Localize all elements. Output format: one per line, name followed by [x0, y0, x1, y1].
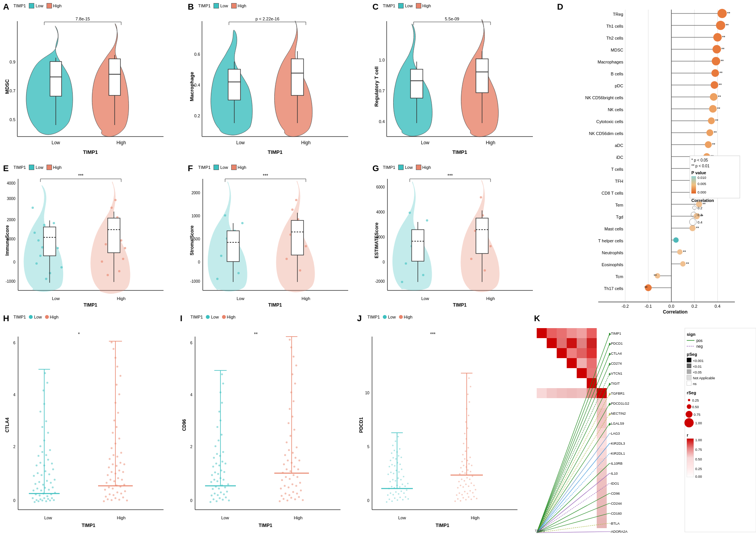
svg-text:0.50: 0.50 — [695, 457, 702, 461]
svg-point-366 — [51, 463, 53, 465]
svg-text:1.00: 1.00 — [695, 421, 702, 425]
svg-point-639 — [472, 492, 474, 494]
svg-point-269 — [295, 199, 297, 201]
svg-point-396 — [124, 490, 126, 492]
svg-point-511 — [289, 494, 290, 496]
svg-point-523 — [289, 478, 291, 480]
svg-text:TIMP1: TIMP1 — [83, 302, 97, 308]
svg-text:500: 500 — [194, 237, 200, 241]
svg-text:r: r — [687, 433, 689, 437]
svg-text:High: High — [486, 296, 495, 301]
svg-rect-743 — [597, 488, 607, 498]
svg-point-332 — [45, 500, 47, 502]
svg-text:2000: 2000 — [192, 191, 200, 195]
svg-point-376 — [40, 411, 42, 413]
svg-point-426 — [116, 426, 118, 428]
svg-text:0.005: 0.005 — [698, 182, 706, 186]
svg-point-483 — [222, 461, 224, 463]
svg-text:0.2: 0.2 — [194, 113, 200, 118]
svg-point-384 — [103, 500, 105, 502]
svg-point-345 — [37, 488, 38, 490]
svg-point-421 — [120, 452, 122, 454]
svg-text:-TGFBR1: -TGFBR1 — [610, 392, 625, 395]
svg-text:<0.01: <0.01 — [693, 365, 702, 369]
svg-text:CD96: CD96 — [182, 419, 187, 431]
svg-point-579 — [395, 491, 397, 493]
svg-point-408 — [107, 474, 109, 476]
svg-text:5.5e-09: 5.5e-09 — [445, 17, 459, 21]
svg-text:CD8 T cells: CD8 T cells — [602, 191, 624, 195]
svg-rect-34 — [228, 69, 240, 100]
panel-I-label: I — [180, 314, 182, 324]
svg-point-424 — [118, 438, 120, 440]
panel-K-label: K — [534, 314, 540, 324]
svg-text:sign: sign — [687, 332, 696, 337]
svg-text:-ADORA2A: -ADORA2A — [610, 530, 627, 534]
svg-point-676 — [468, 415, 469, 416]
svg-text:<0.05: <0.05 — [693, 370, 702, 374]
svg-point-539 — [296, 447, 298, 449]
svg-point-486 — [216, 453, 218, 455]
svg-point-594 — [395, 480, 396, 482]
svg-point-619 — [395, 440, 396, 442]
svg-point-389 — [122, 497, 124, 499]
svg-point-430 — [118, 394, 120, 395]
svg-text:Cytotoxic cells: Cytotoxic cells — [596, 119, 624, 124]
svg-text:High: High — [302, 296, 310, 301]
svg-point-388 — [118, 499, 120, 501]
svg-point-656 — [464, 472, 466, 474]
svg-rect-736 — [597, 418, 607, 428]
svg-point-611 — [395, 458, 397, 460]
svg-text:-CD274: -CD274 — [610, 362, 622, 365]
svg-point-271 — [291, 208, 294, 211]
svg-point-458 — [211, 495, 213, 497]
svg-rect-717 — [557, 348, 567, 358]
svg-point-481 — [215, 463, 217, 465]
svg-text:TFH: TFH — [615, 179, 623, 183]
svg-point-419 — [113, 454, 115, 456]
svg-text:Tem: Tem — [615, 203, 623, 207]
svg-point-507 — [298, 496, 300, 498]
svg-point-153 — [673, 237, 679, 243]
svg-point-569 — [391, 500, 393, 502]
svg-text:B cells: B cells — [611, 72, 624, 76]
svg-point-184 — [689, 218, 696, 225]
svg-text:0.7: 0.7 — [379, 88, 385, 93]
svg-point-631 — [473, 496, 475, 497]
svg-point-399 — [112, 488, 114, 490]
svg-text:* p < 0.05: * p < 0.05 — [691, 158, 708, 162]
panel-F-chart: StromalScore TIMP1 Low High -1000 0 500 … — [187, 163, 364, 308]
svg-point-505 — [290, 497, 292, 499]
svg-point-585 — [391, 486, 392, 487]
svg-point-491 — [221, 434, 223, 436]
svg-point-406 — [117, 477, 119, 479]
svg-text:0.5: 0.5 — [10, 117, 15, 122]
svg-text:-VTCN1: -VTCN1 — [610, 372, 622, 375]
svg-point-453 — [216, 500, 218, 502]
svg-text:-CD244: -CD244 — [610, 502, 622, 505]
svg-rect-38 — [291, 59, 304, 95]
svg-point-528 — [290, 470, 292, 472]
svg-point-667 — [469, 457, 471, 458]
svg-point-634 — [459, 492, 460, 494]
svg-text:**: ** — [712, 143, 715, 147]
svg-point-641 — [457, 487, 459, 489]
svg-rect-13 — [50, 62, 62, 96]
svg-text:High: High — [301, 140, 311, 145]
svg-text:MDSC: MDSC — [611, 48, 623, 52]
svg-point-346 — [40, 490, 42, 492]
svg-point-393 — [113, 494, 115, 496]
svg-point-354 — [50, 482, 52, 484]
svg-text:4: 4 — [13, 393, 15, 397]
svg-point-550 — [295, 365, 297, 367]
svg-rect-59 — [476, 59, 488, 93]
svg-point-435 — [113, 348, 115, 350]
svg-point-370 — [49, 449, 51, 451]
svg-rect-716 — [587, 338, 597, 348]
svg-rect-746 — [597, 518, 607, 528]
svg-text:**: ** — [722, 35, 725, 40]
svg-point-464 — [212, 488, 214, 490]
svg-point-652 — [469, 479, 471, 480]
svg-point-567 — [386, 501, 387, 503]
svg-point-575 — [407, 498, 409, 500]
